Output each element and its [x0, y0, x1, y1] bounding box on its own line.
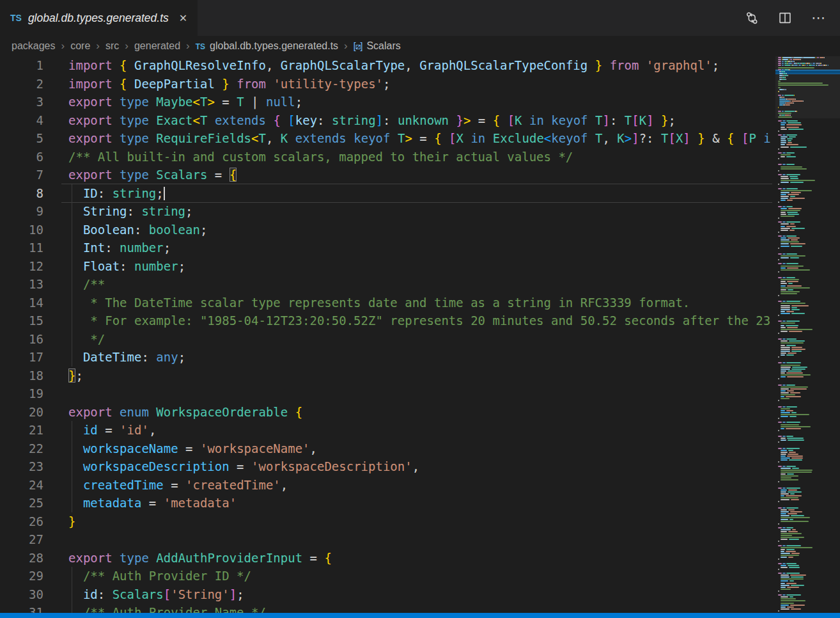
minimap-line	[782, 263, 786, 264]
code-line-29[interactable]: 29 /** Auth Provider ID */	[0, 567, 772, 585]
code-line-9[interactable]: 9 String: string;	[0, 202, 772, 221]
minimap-line	[781, 537, 804, 538]
code-line-31[interactable]: 31 /** Auth Provider Name */	[0, 603, 772, 613]
minimap-line	[781, 269, 810, 271]
more-actions-icon[interactable]: ⋯	[811, 10, 826, 26]
typescript-icon: TS	[196, 42, 205, 51]
code-line-21[interactable]: 21 id = 'id',	[0, 421, 772, 440]
code-line-23[interactable]: 23 workspaceDescription = 'workspaceDesc…	[0, 457, 772, 476]
code-line-16[interactable]: 16 */	[0, 330, 772, 349]
minimap-line	[781, 468, 791, 469]
code-line-10[interactable]: 10 Boolean: boolean;	[0, 221, 772, 239]
code-line-13[interactable]: 13 /**	[0, 275, 772, 294]
code-line-25[interactable]: 25 metadata = 'metadata'	[0, 494, 772, 512]
breadcrumb-item-packages[interactable]: packages	[12, 40, 56, 52]
line-number: 16	[0, 330, 43, 349]
minimap-line	[781, 606, 786, 608]
minimap-line	[781, 547, 813, 548]
code-line-12[interactable]: 12 Float: number;	[0, 257, 772, 276]
status-bar	[0, 613, 840, 618]
minimap-line	[778, 57, 781, 58]
code-editor[interactable]: 1import { GraphQLResolveInfo, GraphQLSca…	[0, 56, 772, 613]
code-line-28[interactable]: 28export type AddAuthProviderInput = {	[0, 549, 772, 567]
code-line-11[interactable]: 11 Int: number;	[0, 239, 772, 257]
code-line-8[interactable]: 8 ID: string;	[0, 184, 772, 203]
minimap-line	[795, 99, 796, 100]
minimap-line	[782, 362, 786, 363]
code-line-3[interactable]: 3export type Maybe<T> = T | null;	[0, 93, 772, 111]
minimap-line	[790, 257, 799, 258]
tab-global-db-types-generated[interactable]: TS global.db.types.generated.ts ✕	[0, 0, 198, 36]
code-line-22[interactable]: 22 workspaceName = 'workspaceName',	[0, 440, 772, 458]
breadcrumb-item-generated[interactable]: generated	[134, 40, 180, 52]
minimap-line	[781, 376, 786, 377]
line-number: 15	[0, 312, 43, 330]
code-line-24[interactable]: 24 createdTime = 'createdTime',	[0, 476, 772, 495]
minimap-line	[781, 438, 786, 439]
code-line-5[interactable]: 5export type RequireFields<T, K extends …	[0, 129, 772, 148]
minimap-line	[790, 493, 795, 495]
minimap-line	[778, 259, 779, 260]
code-line-2[interactable]: 2import { DeepPartial } from 'utility-ty…	[0, 75, 772, 93]
minimap-line	[788, 491, 802, 493]
code-text: String: string;	[68, 202, 193, 221]
code-line-30[interactable]: 30 id: Scalars['String'];	[0, 585, 772, 604]
minimap-line	[781, 608, 789, 610]
breadcrumb-item-core[interactable]: core	[70, 40, 90, 52]
minimap-line	[781, 600, 805, 601]
breadcrumb-item-file[interactable]: TSglobal.db.types.generated.ts	[196, 40, 338, 52]
minimap-line	[778, 590, 779, 592]
code-line-15[interactable]: 15 * For example: "1985-04-12T23:20:50.5…	[0, 312, 772, 330]
minimap-line	[791, 457, 803, 459]
minimap-line	[781, 489, 787, 491]
minimap-line	[782, 466, 786, 467]
line-number: 28	[0, 549, 43, 567]
minimap-line	[791, 239, 798, 241]
code-line-17[interactable]: 17 DateTime: any;	[0, 348, 772, 367]
code-line-6[interactable]: 6/** All built-in and custom scalars, ma…	[0, 148, 772, 166]
minimap-line	[790, 511, 802, 512]
code-text: * The DateTime scalar type represents da…	[68, 294, 690, 312]
code-line-20[interactable]: 20export enum WorkspaceOrderable {	[0, 403, 772, 422]
minimap[interactable]	[775, 56, 840, 613]
minimap-line	[778, 545, 782, 546]
minimap-line	[781, 309, 790, 310]
minimap-line	[781, 410, 785, 411]
minimap-line	[787, 587, 800, 588]
code-line-7[interactable]: 7export type Scalars = {	[0, 166, 772, 184]
minimap-line	[781, 265, 804, 267]
code-line-1[interactable]: 1import { GraphQLResolveInfo, GraphQLSca…	[0, 56, 772, 75]
minimap-line	[781, 412, 790, 413]
code-line-4[interactable]: 4export type Exact<T extends { [key: str…	[0, 111, 772, 130]
open-changes-icon[interactable]	[744, 10, 759, 26]
split-editor-icon[interactable]	[777, 10, 793, 26]
minimap-line	[778, 523, 779, 525]
minimap-line	[788, 237, 800, 239]
minimap-line	[781, 533, 802, 534]
code-text: Int: number;	[68, 239, 171, 257]
minimap-line	[778, 59, 781, 60]
code-line-14[interactable]: 14 * The DateTime scalar type represents…	[0, 294, 772, 312]
symbol-type-icon: [⧄]	[354, 41, 362, 51]
code-text: /**	[68, 275, 105, 294]
minimap-line	[782, 57, 792, 58]
minimap-line	[788, 208, 802, 209]
minimap-line	[781, 347, 790, 348]
breadcrumb-item-src[interactable]: src	[105, 40, 119, 52]
minimap-line	[788, 489, 798, 491]
breadcrumb-item-symbol[interactable]: [⧄]Scalars	[354, 40, 401, 52]
code-line-19[interactable]: 19	[0, 384, 772, 403]
minimap-line	[793, 57, 802, 58]
minimap-line	[788, 353, 797, 354]
code-line-27[interactable]: 27	[0, 530, 772, 549]
minimap-line	[786, 226, 796, 227]
code-line-18[interactable]: 18};	[0, 367, 772, 385]
code-line-26[interactable]: 26}	[0, 512, 772, 531]
minimap-line	[781, 603, 794, 604]
minimap-line	[790, 182, 803, 183]
minimap-line	[781, 127, 785, 128]
minimap-line	[791, 347, 802, 348]
minimap-line	[784, 69, 788, 70]
close-icon[interactable]: ✕	[179, 12, 187, 24]
minimap-line	[778, 206, 782, 207]
